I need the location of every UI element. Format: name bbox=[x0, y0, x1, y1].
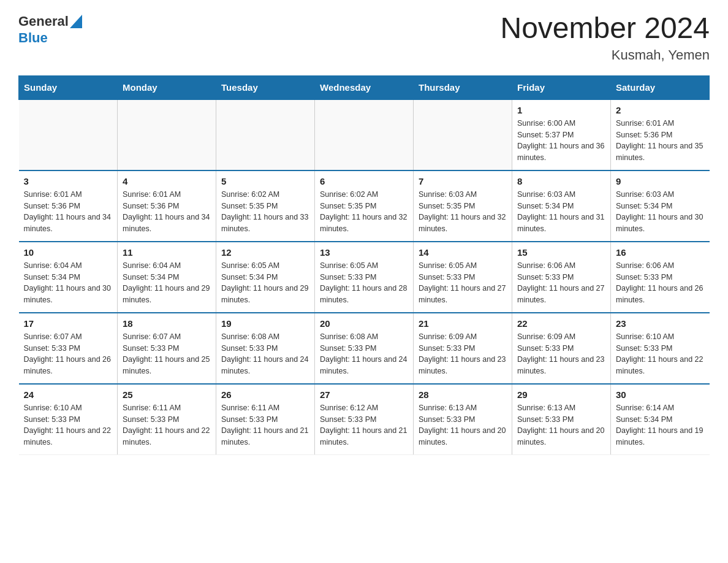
day-number: 20 bbox=[320, 318, 408, 329]
weekday-header-row: SundayMondayTuesdayWednesdayThursdayFrid… bbox=[19, 75, 710, 99]
day-number: 18 bbox=[123, 318, 211, 329]
day-number: 19 bbox=[221, 318, 309, 329]
calendar-cell: 20Sunrise: 6:08 AMSunset: 5:33 PMDayligh… bbox=[315, 313, 414, 384]
day-number: 2 bbox=[616, 105, 705, 115]
calendar-week-row: 3Sunrise: 6:01 AMSunset: 5:36 PMDaylight… bbox=[19, 170, 710, 242]
day-number: 24 bbox=[24, 389, 113, 400]
day-info: Sunrise: 6:08 AMSunset: 5:33 PMDaylight:… bbox=[320, 331, 408, 377]
day-number: 4 bbox=[123, 176, 211, 186]
calendar-cell: 2Sunrise: 6:01 AMSunset: 5:36 PMDaylight… bbox=[611, 99, 710, 170]
day-info: Sunrise: 6:01 AMSunset: 5:36 PMDaylight:… bbox=[123, 189, 211, 235]
day-number: 5 bbox=[221, 176, 309, 186]
day-number: 6 bbox=[320, 176, 408, 186]
day-info: Sunrise: 6:10 AMSunset: 5:33 PMDaylight:… bbox=[616, 331, 705, 377]
day-number: 15 bbox=[517, 247, 605, 258]
calendar-cell: 7Sunrise: 6:03 AMSunset: 5:35 PMDaylight… bbox=[414, 170, 512, 242]
calendar-cell: 28Sunrise: 6:13 AMSunset: 5:33 PMDayligh… bbox=[414, 384, 512, 455]
page-header: General Blue November 2024 Kusmah, Yemen bbox=[18, 12, 710, 63]
logo-text-blue: Blue bbox=[18, 30, 48, 45]
day-info: Sunrise: 6:06 AMSunset: 5:33 PMDaylight:… bbox=[616, 260, 705, 306]
calendar-week-row: 1Sunrise: 6:00 AMSunset: 5:37 PMDaylight… bbox=[19, 99, 710, 170]
day-number: 7 bbox=[419, 176, 507, 186]
day-info: Sunrise: 6:07 AMSunset: 5:33 PMDaylight:… bbox=[123, 331, 211, 377]
calendar-cell: 27Sunrise: 6:12 AMSunset: 5:33 PMDayligh… bbox=[315, 384, 414, 455]
calendar-cell: 8Sunrise: 6:03 AMSunset: 5:34 PMDaylight… bbox=[512, 170, 611, 242]
calendar-cell: 15Sunrise: 6:06 AMSunset: 5:33 PMDayligh… bbox=[512, 242, 611, 313]
calendar-table: SundayMondayTuesdayWednesdayThursdayFrid… bbox=[18, 75, 710, 455]
day-number: 17 bbox=[24, 318, 113, 329]
calendar-cell bbox=[19, 99, 118, 170]
day-info: Sunrise: 6:08 AMSunset: 5:33 PMDaylight:… bbox=[221, 331, 309, 377]
day-info: Sunrise: 6:05 AMSunset: 5:33 PMDaylight:… bbox=[320, 260, 408, 306]
weekday-header-sunday: Sunday bbox=[19, 75, 118, 99]
day-info: Sunrise: 6:04 AMSunset: 5:34 PMDaylight:… bbox=[123, 260, 211, 306]
month-title: November 2024 bbox=[500, 12, 710, 45]
day-number: 13 bbox=[320, 247, 408, 258]
day-info: Sunrise: 6:01 AMSunset: 5:36 PMDaylight:… bbox=[24, 189, 113, 235]
calendar-cell: 3Sunrise: 6:01 AMSunset: 5:36 PMDaylight… bbox=[19, 170, 118, 242]
day-info: Sunrise: 6:00 AMSunset: 5:37 PMDaylight:… bbox=[517, 118, 605, 164]
day-info: Sunrise: 6:07 AMSunset: 5:33 PMDaylight:… bbox=[24, 331, 113, 377]
weekday-header-thursday: Thursday bbox=[414, 75, 512, 99]
day-number: 3 bbox=[24, 176, 113, 186]
calendar-cell: 13Sunrise: 6:05 AMSunset: 5:33 PMDayligh… bbox=[315, 242, 414, 313]
svg-marker-0 bbox=[70, 15, 82, 28]
calendar-cell: 30Sunrise: 6:14 AMSunset: 5:34 PMDayligh… bbox=[611, 384, 710, 455]
calendar-cell: 25Sunrise: 6:11 AMSunset: 5:33 PMDayligh… bbox=[118, 384, 216, 455]
day-info: Sunrise: 6:12 AMSunset: 5:33 PMDaylight:… bbox=[320, 402, 408, 448]
day-number: 12 bbox=[221, 247, 309, 258]
day-info: Sunrise: 6:05 AMSunset: 5:34 PMDaylight:… bbox=[221, 260, 309, 306]
day-number: 28 bbox=[419, 389, 507, 400]
calendar-week-row: 24Sunrise: 6:10 AMSunset: 5:33 PMDayligh… bbox=[19, 384, 710, 455]
day-info: Sunrise: 6:06 AMSunset: 5:33 PMDaylight:… bbox=[517, 260, 605, 306]
calendar-cell bbox=[118, 99, 216, 170]
day-info: Sunrise: 6:02 AMSunset: 5:35 PMDaylight:… bbox=[320, 189, 408, 235]
day-number: 11 bbox=[123, 247, 211, 258]
day-info: Sunrise: 6:11 AMSunset: 5:33 PMDaylight:… bbox=[123, 402, 211, 448]
logo-text-general: General bbox=[18, 14, 69, 29]
day-info: Sunrise: 6:09 AMSunset: 5:33 PMDaylight:… bbox=[517, 331, 605, 377]
weekday-header-saturday: Saturday bbox=[611, 75, 710, 99]
calendar-cell: 23Sunrise: 6:10 AMSunset: 5:33 PMDayligh… bbox=[611, 313, 710, 384]
day-info: Sunrise: 6:05 AMSunset: 5:33 PMDaylight:… bbox=[419, 260, 507, 306]
logo: General Blue bbox=[18, 12, 82, 45]
calendar-cell: 24Sunrise: 6:10 AMSunset: 5:33 PMDayligh… bbox=[19, 384, 118, 455]
calendar-cell: 26Sunrise: 6:11 AMSunset: 5:33 PMDayligh… bbox=[216, 384, 315, 455]
day-number: 21 bbox=[419, 318, 507, 329]
calendar-cell: 5Sunrise: 6:02 AMSunset: 5:35 PMDaylight… bbox=[216, 170, 315, 242]
day-info: Sunrise: 6:03 AMSunset: 5:34 PMDaylight:… bbox=[517, 189, 605, 235]
day-info: Sunrise: 6:13 AMSunset: 5:33 PMDaylight:… bbox=[419, 402, 507, 448]
calendar-cell: 21Sunrise: 6:09 AMSunset: 5:33 PMDayligh… bbox=[414, 313, 512, 384]
day-number: 27 bbox=[320, 389, 408, 400]
day-info: Sunrise: 6:09 AMSunset: 5:33 PMDaylight:… bbox=[419, 331, 507, 377]
day-info: Sunrise: 6:03 AMSunset: 5:34 PMDaylight:… bbox=[616, 189, 705, 235]
calendar-cell: 1Sunrise: 6:00 AMSunset: 5:37 PMDaylight… bbox=[512, 99, 611, 170]
calendar-cell: 19Sunrise: 6:08 AMSunset: 5:33 PMDayligh… bbox=[216, 313, 315, 384]
day-number: 1 bbox=[517, 105, 605, 115]
day-info: Sunrise: 6:04 AMSunset: 5:34 PMDaylight:… bbox=[24, 260, 113, 306]
calendar-cell: 9Sunrise: 6:03 AMSunset: 5:34 PMDaylight… bbox=[611, 170, 710, 242]
day-number: 16 bbox=[616, 247, 705, 258]
calendar-cell: 29Sunrise: 6:13 AMSunset: 5:33 PMDayligh… bbox=[512, 384, 611, 455]
calendar-cell: 4Sunrise: 6:01 AMSunset: 5:36 PMDaylight… bbox=[118, 170, 216, 242]
calendar-week-row: 10Sunrise: 6:04 AMSunset: 5:34 PMDayligh… bbox=[19, 242, 710, 313]
day-number: 29 bbox=[517, 389, 605, 400]
day-info: Sunrise: 6:11 AMSunset: 5:33 PMDaylight:… bbox=[221, 402, 309, 448]
title-area: November 2024 Kusmah, Yemen bbox=[500, 12, 710, 63]
day-number: 8 bbox=[517, 176, 605, 186]
day-info: Sunrise: 6:13 AMSunset: 5:33 PMDaylight:… bbox=[517, 402, 605, 448]
weekday-header-friday: Friday bbox=[512, 75, 611, 99]
calendar-cell: 22Sunrise: 6:09 AMSunset: 5:33 PMDayligh… bbox=[512, 313, 611, 384]
day-info: Sunrise: 6:03 AMSunset: 5:35 PMDaylight:… bbox=[419, 189, 507, 235]
day-info: Sunrise: 6:10 AMSunset: 5:33 PMDaylight:… bbox=[24, 402, 113, 448]
calendar-cell bbox=[315, 99, 414, 170]
calendar-cell: 11Sunrise: 6:04 AMSunset: 5:34 PMDayligh… bbox=[118, 242, 216, 313]
day-number: 23 bbox=[616, 318, 705, 329]
weekday-header-tuesday: Tuesday bbox=[216, 75, 315, 99]
logo-triangle-icon bbox=[70, 15, 82, 28]
location-subtitle: Kusmah, Yemen bbox=[500, 47, 710, 63]
day-info: Sunrise: 6:14 AMSunset: 5:34 PMDaylight:… bbox=[616, 402, 705, 448]
calendar-week-row: 17Sunrise: 6:07 AMSunset: 5:33 PMDayligh… bbox=[19, 313, 710, 384]
calendar-cell: 14Sunrise: 6:05 AMSunset: 5:33 PMDayligh… bbox=[414, 242, 512, 313]
calendar-cell: 18Sunrise: 6:07 AMSunset: 5:33 PMDayligh… bbox=[118, 313, 216, 384]
